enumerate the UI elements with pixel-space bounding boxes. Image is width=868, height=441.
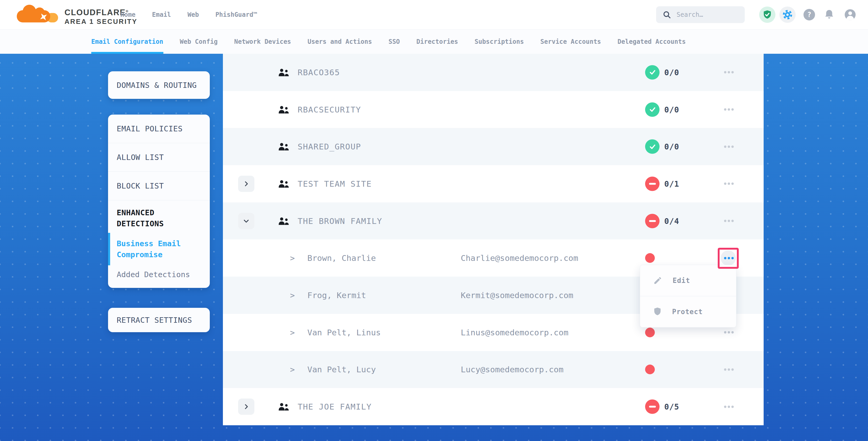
nav-item-home[interactable]: Home	[120, 11, 135, 18]
shield-icon	[653, 307, 662, 316]
sidebar-item-block-list[interactable]: BLOCK LIST	[108, 171, 210, 200]
search-input[interactable]	[676, 11, 737, 19]
table-row[interactable]: RBACO3650/0	[223, 54, 764, 91]
people-icon	[278, 216, 289, 226]
group-name: THE JOE FAMILY	[298, 402, 372, 411]
menu-item-edit[interactable]: Edit	[640, 265, 736, 296]
menu-item-protect[interactable]: Protect	[640, 296, 736, 327]
table-row[interactable]: TEST TEAM SITE0/1	[223, 165, 764, 202]
member-email: Lucy@somedemocorp.com	[461, 365, 563, 374]
sidebar-item-domains-routing[interactable]: DOMAINS & ROUTING	[108, 71, 210, 99]
status-unprotected-badge	[645, 177, 659, 191]
tab-service-accounts[interactable]: Service Accounts	[540, 29, 601, 54]
sidebar-item-label: DOMAINS & ROUTING	[117, 81, 197, 90]
cloudflare-logo[interactable]: CLOUDFLARE® AREA 1 SECURITY	[13, 2, 137, 26]
user-icon	[844, 8, 857, 21]
row-actions-button[interactable]	[721, 399, 736, 414]
protection-count: 0/4	[664, 216, 679, 225]
notifications-button[interactable]	[824, 0, 835, 29]
minus-icon	[649, 220, 656, 222]
row-actions-button[interactable]	[721, 213, 736, 229]
nav-item-email[interactable]: Email	[152, 11, 171, 18]
enhanced-list: Business Email CompromiseAdded Detection…	[108, 233, 210, 280]
expand-toggle-button[interactable]	[238, 399, 254, 415]
search-box[interactable]	[656, 6, 745, 23]
sidebar-item-added-detections[interactable]: Added Detections	[108, 269, 210, 280]
help-icon: ?	[804, 9, 815, 21]
table-row[interactable]: THE JOE FAMILY0/5	[223, 388, 764, 425]
help-button[interactable]: ?	[804, 0, 815, 29]
member-caret-icon: >	[290, 365, 295, 374]
member-name: Frog, Kermit	[307, 290, 366, 300]
people-icon	[278, 402, 289, 411]
member-caret-icon: >	[290, 254, 295, 263]
table-row[interactable]: THE BROWN FAMILY0/4	[223, 202, 764, 240]
policies-list: EMAIL POLICIESALLOW LISTBLOCK LIST	[108, 115, 210, 200]
expand-toggle-button[interactable]	[238, 213, 254, 229]
account-button[interactable]	[844, 0, 857, 29]
sidebar-item-business-email-compromise[interactable]: Business Email Compromise	[108, 233, 210, 265]
status-unprotected-dot	[645, 365, 655, 374]
status-protected-badge	[645, 139, 659, 154]
tab-sso[interactable]: SSO	[389, 29, 400, 54]
table-row[interactable]: RBACSECURITY0/0	[223, 91, 764, 128]
tab-subscriptions[interactable]: Subscriptions	[475, 29, 524, 54]
row-actions-button[interactable]	[721, 176, 736, 191]
group-name: SHARED_GROUP	[298, 142, 361, 151]
row-actions-button[interactable]	[721, 362, 736, 377]
nav-item-web[interactable]: Web	[187, 11, 199, 18]
tab-directories[interactable]: Directories	[416, 29, 458, 54]
tab-users-and-actions[interactable]: Users and Actions	[308, 29, 372, 54]
row-actions-button[interactable]	[721, 102, 736, 117]
protection-count: 0/0	[664, 142, 679, 151]
group-name: RBACSECURITY	[298, 105, 361, 114]
member-name: Brown, Charlie	[307, 253, 376, 263]
group-name: RBACO365	[298, 68, 340, 77]
chevron-down-icon	[243, 218, 250, 224]
member-caret-icon: >	[290, 290, 295, 300]
protection-count: 0/0	[664, 105, 679, 114]
row-actions-button[interactable]	[721, 65, 736, 80]
member-caret-icon: >	[290, 328, 295, 337]
bell-icon	[824, 9, 835, 21]
expand-toggle-button[interactable]	[238, 176, 254, 192]
sidebar-item-retract-settings[interactable]: RETRACT SETTINGS	[108, 308, 210, 332]
minus-icon	[649, 406, 656, 408]
tab-web-config[interactable]: Web Config	[180, 29, 218, 54]
minus-icon	[649, 183, 656, 185]
people-icon	[278, 105, 289, 114]
menu-item-label: Protect	[672, 308, 703, 316]
pencil-icon	[653, 276, 662, 285]
sidebar-item-allow-list[interactable]: ALLOW LIST	[108, 143, 210, 171]
chevron-right-icon	[243, 180, 250, 187]
table-row[interactable]: >Van Pelt, LucyLucy@somedemocorp.com	[223, 351, 764, 388]
top-header: CLOUDFLARE® AREA 1 SECURITY HomeEmailWeb…	[0, 0, 868, 30]
header-nav: HomeEmailWebPhishGuard™	[120, 0, 257, 29]
sidebar-section-enhanced-detections: ENHANCED DETECTIONS	[108, 200, 210, 229]
sidebar-policies-card: EMAIL POLICIESALLOW LISTBLOCK LIST ENHAN…	[108, 115, 210, 288]
sidebar-item-label: RETRACT SETTINGS	[117, 316, 192, 324]
table-row[interactable]: SHARED_GROUP0/0	[223, 128, 764, 165]
tab-email-configuration[interactable]: Email Configuration	[91, 29, 163, 54]
member-email: Kermit@somedemocorp.com	[461, 290, 573, 300]
tab-delegated-accounts[interactable]: Delegated Accounts	[618, 29, 686, 54]
status-protected-badge	[645, 102, 659, 117]
member-table: RBACO3650/0RBACSECURITY0/0SHARED_GROUP0/…	[223, 54, 764, 425]
status-unprotected-dot	[645, 327, 655, 337]
menu-item-label: Edit	[673, 277, 690, 284]
row-actions-menu: Edit Protect	[640, 265, 736, 327]
nav-item-phishguard[interactable]: PhishGuard™	[215, 11, 257, 18]
click-highlight-ring	[718, 248, 739, 269]
member-name: Van Pelt, Lucy	[307, 365, 376, 374]
group-name: THE BROWN FAMILY	[298, 216, 382, 226]
tab-network-devices[interactable]: Network Devices	[234, 29, 291, 54]
protection-count: 0/5	[664, 402, 679, 411]
status-unprotected-dot	[645, 253, 655, 263]
sidebar-item-email-policies[interactable]: EMAIL POLICIES	[108, 115, 210, 143]
people-icon	[278, 68, 289, 77]
people-icon	[278, 142, 289, 151]
row-actions-button[interactable]	[721, 139, 736, 154]
settings-button[interactable]	[779, 0, 796, 29]
member-email: Linus@somedemocorp.com	[461, 328, 568, 337]
protection-status-button[interactable]	[759, 0, 775, 29]
